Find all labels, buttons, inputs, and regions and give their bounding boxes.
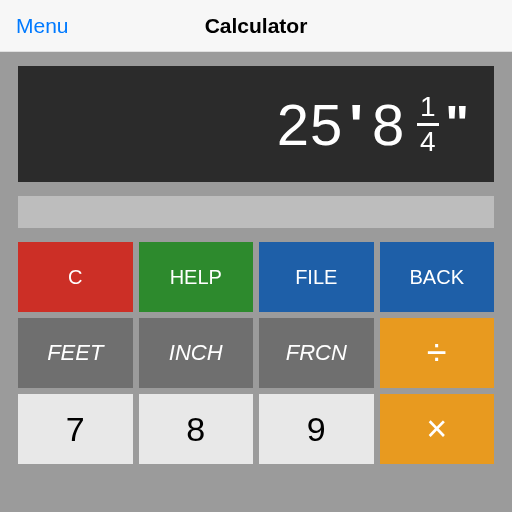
back-button[interactable]: BACK (380, 242, 495, 312)
display-feet-mark: ' (349, 91, 364, 158)
feet-button[interactable]: FEET (18, 318, 133, 388)
file-button[interactable]: FILE (259, 242, 374, 312)
help-button[interactable]: HELP (139, 242, 254, 312)
multiply-icon: × (426, 411, 447, 447)
menu-button[interactable]: Menu (16, 14, 69, 38)
display-fraction: 1 4 (417, 93, 439, 156)
keypad: C HELP FILE BACK FEET INCH FRCN ÷ 7 8 9 … (18, 242, 494, 464)
page-title: Calculator (205, 14, 308, 38)
digit-9-button[interactable]: 9 (259, 394, 374, 464)
clear-button[interactable]: C (18, 242, 133, 312)
main-display: 25 ' 8 1 4 " (18, 66, 494, 182)
display-inch-mark: " (445, 95, 470, 153)
divide-button[interactable]: ÷ (380, 318, 495, 388)
display-frac-denominator: 4 (417, 123, 439, 156)
display-feet: 25 (277, 91, 344, 158)
display-frac-numerator: 1 (420, 93, 437, 123)
fraction-button[interactable]: FRCN (259, 318, 374, 388)
nav-bar: Menu Calculator (0, 0, 512, 52)
calculator-body: 25 ' 8 1 4 " C HELP FILE BACK FEET INCH … (0, 52, 512, 512)
digit-8-button[interactable]: 8 (139, 394, 254, 464)
divide-icon: ÷ (427, 335, 447, 371)
display-inches: 8 (372, 91, 405, 158)
secondary-display (18, 196, 494, 228)
multiply-button[interactable]: × (380, 394, 495, 464)
inch-button[interactable]: INCH (139, 318, 254, 388)
digit-7-button[interactable]: 7 (18, 394, 133, 464)
